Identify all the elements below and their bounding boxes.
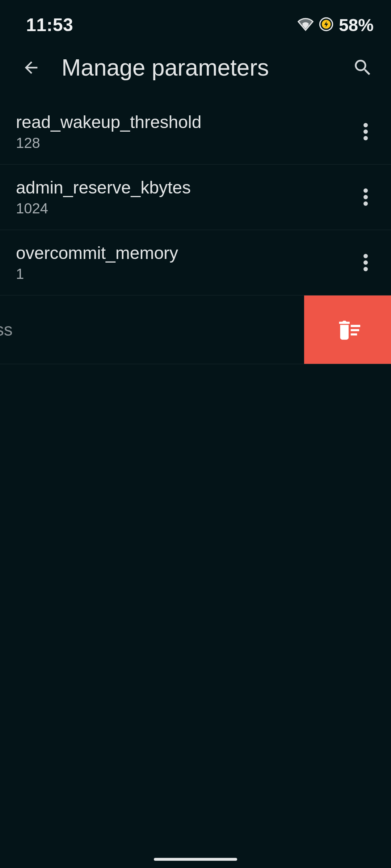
more-button[interactable]	[355, 121, 377, 142]
param-name-fragment: ess	[0, 320, 13, 340]
list-item-swiped[interactable]: ess	[0, 295, 391, 364]
more-button[interactable]	[355, 186, 377, 208]
back-button[interactable]	[18, 55, 44, 81]
app-bar: Manage parameters	[0, 40, 391, 99]
search-button[interactable]	[350, 55, 376, 81]
svg-point-5	[363, 188, 368, 193]
param-value: 1024	[16, 200, 191, 217]
status-bar: 11:53 58%	[0, 0, 391, 40]
svg-point-8	[363, 254, 368, 258]
svg-point-7	[363, 201, 368, 206]
svg-point-9	[363, 260, 368, 265]
battery-saver-icon	[319, 17, 334, 33]
svg-point-2	[363, 123, 368, 127]
svg-point-10	[363, 267, 368, 271]
wifi-icon	[298, 16, 314, 34]
more-button[interactable]	[355, 252, 377, 273]
param-value: 128	[16, 135, 201, 151]
status-time: 11:53	[26, 14, 73, 35]
status-right: 58%	[298, 15, 374, 35]
svg-point-4	[363, 136, 368, 140]
battery-percentage: 58%	[339, 15, 374, 35]
list-item[interactable]: admin_reserve_kbytes 1024	[0, 165, 391, 230]
param-name: admin_reserve_kbytes	[16, 178, 191, 197]
delete-button[interactable]	[304, 295, 391, 364]
home-indicator[interactable]	[154, 858, 237, 861]
parameter-list: read_wakeup_threshold 128 admin_reserve_…	[0, 99, 391, 364]
delete-sweep-icon	[335, 316, 360, 343]
list-item[interactable]: overcommit_memory 1	[0, 230, 391, 295]
param-value: 1	[16, 266, 178, 282]
svg-point-6	[363, 195, 368, 199]
svg-point-3	[363, 129, 368, 134]
param-name: read_wakeup_threshold	[16, 112, 201, 132]
list-item[interactable]: read_wakeup_threshold 128	[0, 99, 391, 165]
param-name: overcommit_memory	[16, 243, 178, 263]
page-title: Manage parameters	[62, 54, 332, 81]
